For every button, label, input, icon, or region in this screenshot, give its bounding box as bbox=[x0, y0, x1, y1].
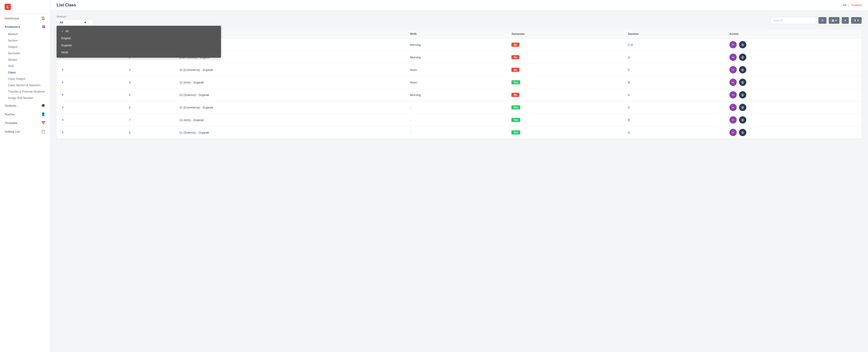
expand-button[interactable]: + bbox=[60, 130, 65, 135]
filter-button[interactable]: ▾ bbox=[842, 17, 849, 24]
section-cell: A bbox=[624, 51, 726, 64]
delete-icon: 🗑 bbox=[741, 43, 744, 46]
expand-button[interactable]: + bbox=[60, 67, 65, 72]
edit-button[interactable]: ✏ bbox=[730, 116, 737, 124]
dropdown-item-hindi[interactable]: Hindi bbox=[57, 49, 221, 56]
all-link[interactable]: All bbox=[843, 3, 846, 7]
edit-button[interactable]: ✏ bbox=[730, 129, 737, 136]
expand-button[interactable]: + bbox=[60, 117, 65, 122]
students-icon: 🎓 bbox=[41, 104, 45, 108]
col-shift: Shift bbox=[406, 29, 508, 38]
class-medium-cell: 12 (Commerce) - Gujarati bbox=[176, 64, 406, 76]
delete-button[interactable]: 🗑 bbox=[739, 79, 746, 86]
edit-button[interactable]: ✏ bbox=[730, 54, 737, 61]
edit-icon: ✏ bbox=[732, 118, 735, 122]
edit-button[interactable]: ✏ bbox=[730, 41, 737, 48]
sidebar-item-teacher[interactable]: Teacher 👤 bbox=[0, 110, 50, 118]
delete-icon: 🗑 bbox=[741, 93, 744, 97]
col-action: Action bbox=[726, 29, 862, 38]
semester-cell: No bbox=[508, 38, 624, 51]
shift-cell: Morning bbox=[406, 89, 508, 101]
class-medium-cell: 12 (Arts) - Gujarati bbox=[176, 76, 406, 89]
expand-button[interactable]: + bbox=[60, 80, 65, 85]
semester-badge: No bbox=[512, 43, 519, 47]
holiday-list-icon: 📋 bbox=[41, 130, 45, 134]
sidebar-sub-subject[interactable]: Subject bbox=[0, 44, 50, 50]
sidebar-item-students[interactable]: Students 🎓 bbox=[0, 101, 50, 110]
home-icon: 🏠 bbox=[41, 16, 45, 20]
delete-button[interactable]: 🗑 bbox=[739, 104, 746, 111]
edit-icon: ✏ bbox=[732, 56, 735, 59]
shift-cell: - bbox=[406, 114, 508, 126]
action-cell: ✏ 🗑 bbox=[726, 51, 862, 64]
sidebar-item-dashboard[interactable]: Dashboard 🏠 bbox=[0, 14, 50, 23]
trashed-link[interactable]: Trashed bbox=[851, 3, 862, 7]
sidebar-item-holiday-list[interactable]: Holiday List 📋 bbox=[0, 127, 50, 136]
sidebar-sub-stream[interactable]: Stream bbox=[0, 57, 50, 63]
table-row: + 5 12 (Science) - Gujarati Morning No A… bbox=[57, 89, 862, 101]
download-icon: ⬇ bbox=[854, 19, 856, 22]
shift-cell: - bbox=[406, 101, 508, 114]
delete-button[interactable]: 🗑 bbox=[739, 116, 746, 124]
grid-view-button[interactable]: ▦ ▾ bbox=[829, 17, 839, 24]
edit-button[interactable]: ✏ bbox=[730, 104, 737, 111]
expand-button[interactable]: + bbox=[60, 92, 65, 97]
medium-select-button[interactable]: All ▾ bbox=[57, 19, 93, 26]
section-cell: B bbox=[624, 114, 726, 126]
filter-icon: ▾ bbox=[844, 19, 846, 22]
dropdown-item-all[interactable]: ✓ All bbox=[57, 28, 221, 35]
expand-button[interactable]: + bbox=[60, 105, 65, 110]
sidebar-sub-class-section-teachers[interactable]: Class Section & Teachers bbox=[0, 82, 50, 89]
dropdown-item-english[interactable]: English bbox=[57, 35, 221, 42]
dropdown-item-gujarati[interactable]: Gujarati bbox=[57, 42, 221, 49]
sidebar-item-academics[interactable]: Academics 🏛 bbox=[0, 23, 50, 31]
sidebar-sub-shift[interactable]: Shift bbox=[0, 63, 50, 69]
delete-icon: 🗑 bbox=[741, 106, 744, 109]
edit-button[interactable]: ✏ bbox=[730, 91, 737, 99]
sidebar-sub-semester[interactable]: Semester bbox=[0, 50, 50, 57]
chevron-down-icon-3: ▾ bbox=[857, 19, 859, 22]
edit-button[interactable]: ✏ bbox=[730, 66, 737, 73]
refresh-button[interactable]: ↻ bbox=[818, 17, 827, 24]
search-input[interactable] bbox=[771, 17, 816, 24]
expand-cell: + bbox=[57, 76, 125, 89]
sidebar-item-timetable[interactable]: Timetable 📅 bbox=[0, 118, 50, 127]
academics-icon: 🏛 bbox=[42, 25, 45, 29]
expand-cell: + bbox=[57, 101, 125, 114]
sidebar-sub-class[interactable]: Class bbox=[0, 69, 50, 76]
semester-cell: Yes bbox=[508, 101, 624, 114]
sidebar-sub-transfer-promote[interactable]: Transfer & Promote Students bbox=[0, 89, 50, 95]
row-number: 7 bbox=[125, 114, 176, 126]
all-trashed-links: All | Trashed bbox=[843, 3, 862, 7]
edit-icon: ✏ bbox=[732, 131, 735, 134]
section-cell: B bbox=[624, 76, 726, 89]
delete-button[interactable]: 🗑 bbox=[739, 66, 746, 73]
sidebar-sub-class-subject[interactable]: Class Subject bbox=[0, 76, 50, 82]
semester-cell: Yes bbox=[508, 114, 624, 126]
delete-button[interactable]: 🗑 bbox=[739, 91, 746, 99]
row-number: 4 bbox=[125, 76, 176, 89]
grid-icon: ▦ bbox=[832, 19, 834, 22]
shift-cell: Morning bbox=[406, 51, 508, 64]
semester-cell: No bbox=[508, 89, 624, 101]
refresh-icon: ↻ bbox=[821, 19, 824, 22]
sidebar-sub-assign-roll[interactable]: Assign Roll Number bbox=[0, 95, 50, 101]
sidebar-sub-section[interactable]: Section bbox=[0, 37, 50, 44]
sidebar-sub-medium[interactable]: Medium bbox=[0, 31, 50, 37]
semester-cell: Yes bbox=[508, 126, 624, 139]
col-semester: Semester bbox=[508, 29, 624, 38]
sidebar-logo: L bbox=[0, 0, 50, 14]
edit-button[interactable]: ✏ bbox=[730, 79, 737, 86]
class-medium-cell: 11 (Commerce) - Gujarati bbox=[176, 101, 406, 114]
delete-button[interactable]: 🗑 bbox=[739, 54, 746, 61]
section-cell: C bbox=[624, 101, 726, 114]
action-cell: ✏ 🗑 bbox=[726, 76, 862, 89]
download-button[interactable]: ⬇ ▾ bbox=[851, 17, 862, 24]
delete-button[interactable]: 🗑 bbox=[739, 129, 746, 136]
expand-cell: + bbox=[57, 64, 125, 76]
action-cell: ✏ 🗑 bbox=[726, 38, 862, 51]
delete-button[interactable]: 🗑 bbox=[739, 41, 746, 48]
row-number: 8 bbox=[125, 126, 176, 139]
shift-cell: Noon bbox=[406, 76, 508, 89]
section-cell: C,D bbox=[624, 38, 726, 51]
